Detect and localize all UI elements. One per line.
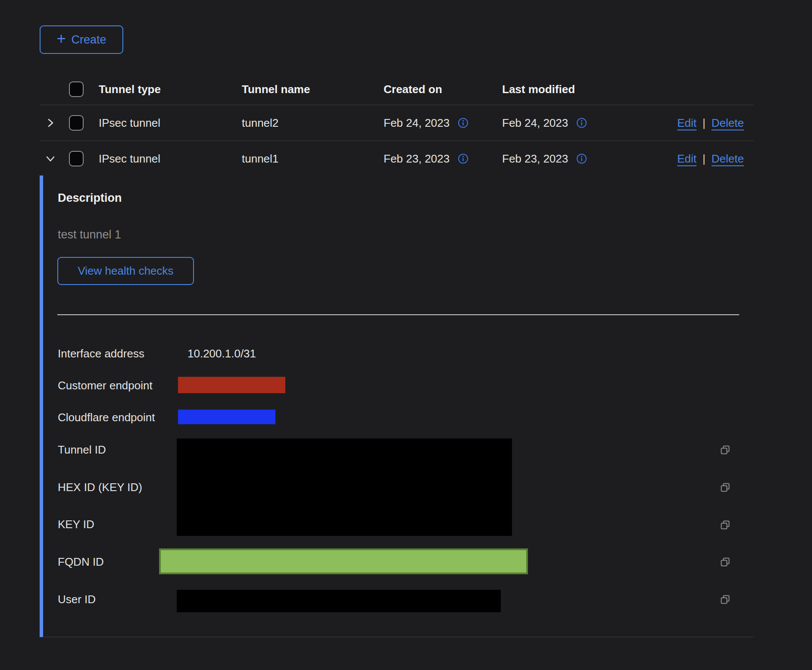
action-separator: | xyxy=(703,152,706,166)
tunnel-type-cell: IPsec tunnel xyxy=(99,152,160,166)
select-all-checkbox[interactable] xyxy=(69,81,84,97)
chevron-down-icon[interactable] xyxy=(44,153,57,164)
fqdn-id-label: FQDN ID xyxy=(58,555,104,569)
info-icon[interactable] xyxy=(576,153,587,164)
row-checkbox[interactable] xyxy=(69,115,84,131)
section-divider xyxy=(57,314,739,315)
row-actions: Edit | Delete xyxy=(677,152,744,166)
created-on-date: Feb 23, 2023 xyxy=(384,152,450,166)
create-button-label: Create xyxy=(71,33,106,47)
tunnel-name-cell: tunnel2 xyxy=(242,116,278,130)
customer-endpoint-redaction xyxy=(178,377,285,393)
description-heading: Description xyxy=(58,191,122,205)
tunnel-id-label: Tunnel ID xyxy=(58,443,106,457)
table-row-tunnel1: IPsec tunnel tunnel1 Feb 23, 2023 Feb 23… xyxy=(40,141,753,176)
last-modified-date: Feb 24, 2023 xyxy=(502,116,568,130)
row-checkbox[interactable] xyxy=(69,151,84,166)
customer-endpoint-label: Customer endpoint xyxy=(58,379,153,392)
table-header-row: Tunnel type Tunnel name Created on Last … xyxy=(40,73,753,105)
last-modified-cell: Feb 23, 2023 xyxy=(502,152,587,166)
delete-link[interactable]: Delete xyxy=(712,152,744,166)
interface-address-label: Interface address xyxy=(58,347,144,360)
created-on-cell: Feb 23, 2023 xyxy=(384,152,468,166)
create-button[interactable]: + Create xyxy=(40,25,123,54)
key-id-label: KEY ID xyxy=(58,517,94,531)
hex-id-label: HEX ID (KEY ID) xyxy=(58,480,142,494)
tunnel-type-cell: IPsec tunnel xyxy=(99,116,160,130)
chevron-right-icon[interactable] xyxy=(44,117,57,128)
row-actions: Edit | Delete xyxy=(677,116,744,130)
copy-hex-id-icon[interactable] xyxy=(720,482,731,493)
user-id-redaction xyxy=(177,590,501,612)
column-header-last-modified: Last modified xyxy=(502,82,575,96)
tunnel-hex-key-id-redaction xyxy=(177,438,512,536)
view-health-checks-button[interactable]: View health checks xyxy=(57,257,194,285)
description-text: test tunnel 1 xyxy=(58,228,121,241)
column-header-tunnel-type: Tunnel type xyxy=(99,82,161,96)
edit-link[interactable]: Edit xyxy=(677,152,696,166)
created-on-date: Feb 24, 2023 xyxy=(384,116,450,130)
action-separator: | xyxy=(703,116,706,130)
last-modified-cell: Feb 24, 2023 xyxy=(502,116,587,130)
column-header-created-on: Created on xyxy=(384,82,442,96)
created-on-cell: Feb 24, 2023 xyxy=(384,116,468,130)
copy-fqdn-id-icon[interactable] xyxy=(720,557,731,568)
tunnels-page: + Create Tunnel type Tunnel name Created… xyxy=(0,0,812,670)
user-id-label: User ID xyxy=(58,592,96,606)
copy-user-id-icon[interactable] xyxy=(720,594,731,605)
info-icon[interactable] xyxy=(458,153,468,164)
interface-address-value: 10.200.1.0/31 xyxy=(187,347,256,360)
tunnel-name-cell: tunnel1 xyxy=(242,152,278,166)
fqdn-id-redaction xyxy=(159,548,528,574)
copy-key-id-icon[interactable] xyxy=(720,520,731,531)
info-icon[interactable] xyxy=(576,118,587,128)
table-row-tunnel2: IPsec tunnel tunnel2 Feb 24, 2023 Feb 24… xyxy=(40,105,753,141)
cloudflare-endpoint-label: Cloudflare endpoint xyxy=(58,410,155,424)
cloudflare-endpoint-redaction xyxy=(178,410,275,424)
delete-link[interactable]: Delete xyxy=(712,116,744,130)
column-header-tunnel-name: Tunnel name xyxy=(242,82,310,96)
tunnel-detail-panel: Description test tunnel 1 View health ch… xyxy=(40,175,753,637)
copy-tunnel-id-icon[interactable] xyxy=(720,445,731,456)
last-modified-date: Feb 23, 2023 xyxy=(502,152,568,166)
info-icon[interactable] xyxy=(458,118,468,128)
edit-link[interactable]: Edit xyxy=(677,116,696,130)
tunnels-table: Tunnel type Tunnel name Created on Last … xyxy=(40,73,753,176)
